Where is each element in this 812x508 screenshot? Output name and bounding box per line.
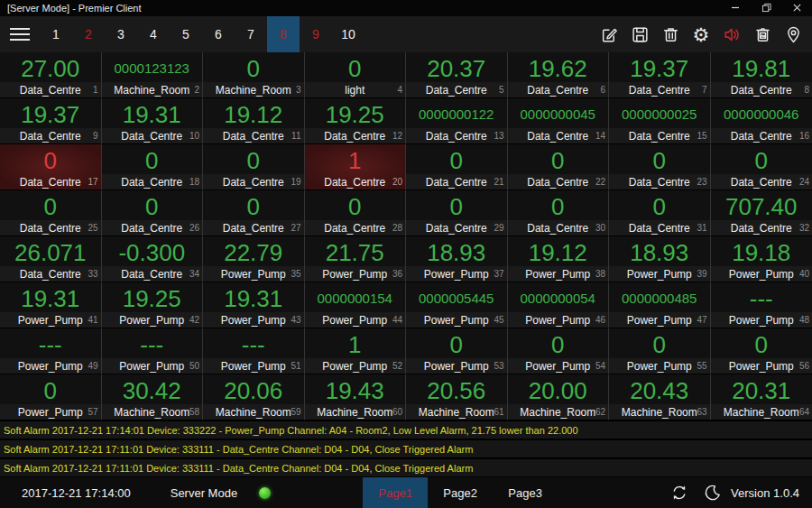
sensor-tile-37[interactable]: 18.93Power_Pump37 [406,236,508,282]
sensor-tile-42[interactable]: 19.25Power_Pump42 [102,282,204,328]
sensor-tile-49[interactable]: ---Power_Pump49 [0,328,102,374]
alarm-message[interactable]: Soft Alarm 2017-12-21 17:11:01 Device: 3… [0,459,812,476]
sensor-tile-34[interactable]: -0.300Data_Centre34 [102,236,204,282]
sensor-tile-11[interactable]: 19.12Data_Centre11 [203,98,305,144]
sensor-tile-21[interactable]: 0Data_Centre21 [406,144,508,190]
location-button[interactable] [778,16,808,52]
image-delete-button[interactable] [747,16,778,52]
minimize-button[interactable] [720,0,751,16]
screen-tab-6[interactable]: 6 [202,16,235,52]
sensor-tile-19[interactable]: 0Data_Centre19 [203,144,305,190]
restore-button[interactable] [751,0,781,16]
screen-tab-4[interactable]: 4 [137,16,170,52]
sensor-tile-9[interactable]: 19.37Data_Centre9 [0,98,102,144]
screen-tab-10[interactable]: 10 [332,16,364,52]
tile-index: 46 [595,315,605,325]
screen-tab-5[interactable]: 5 [170,16,202,52]
sensor-tile-18[interactable]: 0Data_Centre18 [102,144,204,190]
screen-tab-7[interactable]: 7 [235,16,267,52]
edit-button[interactable] [594,16,624,52]
sensor-tile-8[interactable]: 19.81Data_Centre8 [711,52,812,98]
tile-value: 0 [0,374,101,404]
sensor-tile-36[interactable]: 21.75Power_Pump36 [305,236,407,282]
screen-tab-2[interactable]: 2 [72,16,105,52]
screen-tab-3[interactable]: 3 [105,16,137,52]
sensor-tile-13[interactable]: 0000000122Data_Centre13 [406,98,508,144]
sensor-tile-56[interactable]: 0Power_Pump56 [711,328,812,374]
sensor-tile-4[interactable]: 0light4 [305,52,407,98]
sensor-tile-55[interactable]: 0Power_Pump55 [609,328,711,374]
sensor-tile-29[interactable]: 0Data_Centre29 [406,190,508,236]
sensor-tile-45[interactable]: 0000005445Power_Pump45 [406,282,508,328]
sensor-tile-26[interactable]: 0Data_Centre26 [102,190,204,236]
sensor-tile-43[interactable]: 19.31Power_Pump43 [203,282,305,328]
sensor-tile-41[interactable]: 19.31Power_Pump41 [0,282,102,328]
sensor-tile-17[interactable]: 0Data_Centre17 [0,144,102,190]
sensor-tile-63[interactable]: 20.43Machine_Room63 [609,374,711,420]
save-button[interactable] [624,16,655,52]
menu-button[interactable] [0,16,40,52]
sensor-tile-24[interactable]: 0Data_Centre24 [711,144,812,190]
tile-index: 43 [291,315,300,325]
tile-index: 61 [494,407,503,417]
sensor-tile-6[interactable]: 19.62Data_Centre6 [508,52,610,98]
sensor-tile-1[interactable]: 27.00Data_Centre1 [0,52,102,98]
sensor-tile-5[interactable]: 20.37Data_Centre5 [406,52,508,98]
settings-button[interactable]: ⚙ [686,16,716,52]
sensor-tile-32[interactable]: 707.40Data_Centre32 [711,190,812,236]
sensor-tile-33[interactable]: 26.071Data_Centre33 [0,236,102,282]
sensor-tile-12[interactable]: 19.25Data_Centre12 [305,98,407,144]
sensor-tile-53[interactable]: 0Power_Pump53 [406,328,508,374]
tile-value: 19.37 [609,52,710,82]
sensor-tile-16[interactable]: 0000000046Data_Centre16 [711,98,812,144]
alarm-message[interactable]: Soft Alarm 2017-12-21 17:14:01 Device: 3… [0,421,812,439]
sensor-tile-52[interactable]: 1Power_Pump52 [305,328,407,374]
sensor-tile-61[interactable]: 20.56Machine_Room61 [406,374,508,420]
page-tab-page2[interactable]: Page2 [428,477,493,508]
sensor-tile-48[interactable]: ---Power_Pump48 [711,282,812,328]
alarm-message[interactable]: Soft Alarm 2017-12-21 17:11:01 Device: 3… [0,440,812,457]
sensor-tile-23[interactable]: 0Data_Centre23 [609,144,711,190]
sensor-tile-46[interactable]: 0000000054Power_Pump46 [508,282,610,328]
sensor-tile-14[interactable]: 0000000045Data_Centre14 [508,98,610,144]
night-mode-button[interactable] [696,484,729,502]
page-tab-page1[interactable]: Page1 [363,477,428,508]
sensor-tile-59[interactable]: 20.06Machine_Room59 [203,374,305,420]
delete-button[interactable] [655,16,686,52]
sensor-tile-20[interactable]: 1Data_Centre20 [305,144,407,190]
sensor-tile-60[interactable]: 19.43Machine_Room60 [305,374,407,420]
sensor-tile-35[interactable]: 22.79Power_Pump35 [203,236,305,282]
screen-tab-8[interactable]: 8 [267,16,300,52]
sensor-tile-54[interactable]: 0Power_Pump54 [508,328,610,374]
sensor-tile-62[interactable]: 20.00Machine_Room62 [508,374,610,420]
sensor-tile-28[interactable]: 0Data_Centre28 [305,190,407,236]
sensor-tile-15[interactable]: 0000000025Data_Centre15 [609,98,711,144]
sensor-tile-27[interactable]: 0Data_Centre27 [203,190,305,236]
sound-button[interactable] [716,16,747,52]
tile-value: 20.31 [711,374,812,404]
sensor-tile-25[interactable]: 0Data_Centre25 [0,190,102,236]
sensor-tile-50[interactable]: ---Power_Pump50 [102,328,204,374]
sensor-tile-40[interactable]: 19.18Power_Pump40 [711,236,812,282]
sensor-tile-57[interactable]: 0Power_Pump57 [0,374,102,420]
sensor-tile-64[interactable]: 20.31Machine_Room64 [711,374,812,420]
sensor-tile-44[interactable]: 0000000154Power_Pump44 [305,282,407,328]
sensor-tile-51[interactable]: ---Power_Pump51 [203,328,305,374]
screen-tab-1[interactable]: 1 [40,16,72,52]
sync-button[interactable] [662,484,696,502]
screen-tab-9[interactable]: 9 [300,16,332,52]
sensor-tile-38[interactable]: 19.12Power_Pump38 [508,236,610,282]
page-tab-page3[interactable]: Page3 [493,477,558,508]
sensor-tile-3[interactable]: 0Machine_Room3 [203,52,305,98]
tile-index: 12 [392,131,402,141]
sensor-tile-58[interactable]: 30.42Machine_Room58 [102,374,204,420]
sensor-tile-39[interactable]: 18.93Power_Pump39 [609,236,711,282]
sensor-tile-7[interactable]: 19.37Data_Centre7 [609,52,711,98]
sensor-tile-10[interactable]: 19.31Data_Centre10 [102,98,204,144]
close-button[interactable] [781,0,812,16]
sensor-tile-30[interactable]: 0Data_Centre30 [508,190,610,236]
sensor-tile-31[interactable]: 0Data_Centre31 [609,190,711,236]
sensor-tile-22[interactable]: 0Data_Centre22 [508,144,610,190]
sensor-tile-47[interactable]: 0000000485Power_Pump47 [609,282,711,328]
sensor-tile-2[interactable]: 0000123123Machine_Room2 [102,52,204,98]
